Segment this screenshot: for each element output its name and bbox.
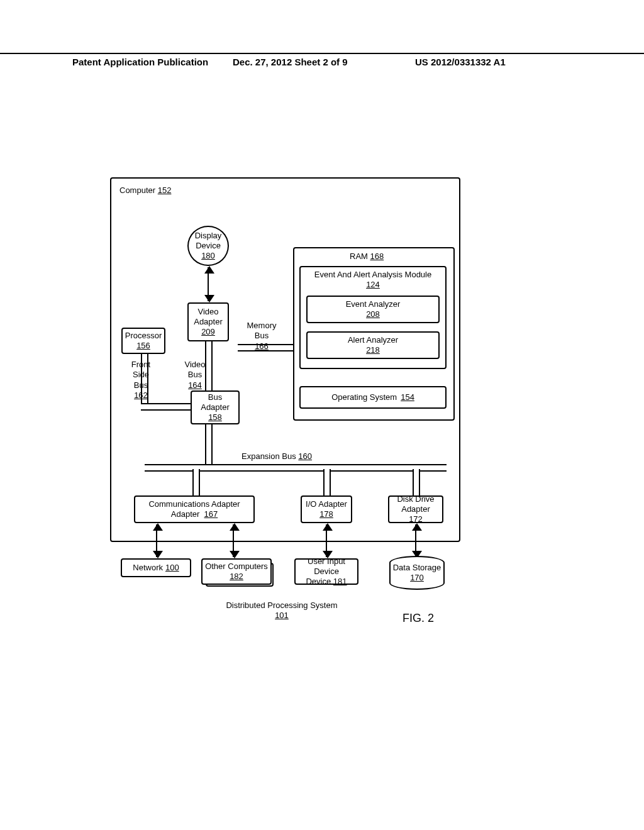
processor: Processor 156 — [121, 328, 165, 354]
arrow-comm-network — [156, 524, 157, 557]
network: Network100 — [121, 558, 191, 577]
exp-drop-disk — [413, 469, 420, 495]
computer-ref: 152 — [158, 185, 172, 195]
video-adapter-ref: 209 — [201, 327, 215, 337]
expansion-bus-label: Expansion Bus 160 — [242, 451, 312, 462]
exp-bus-drop — [205, 424, 213, 467]
header-patent-no: US 2012/0331332 A1 — [415, 57, 506, 67]
communications-adapter: Communications AdapterAdapter 167 — [134, 495, 255, 523]
display-label: Display Device — [190, 231, 226, 252]
arrow-comm-others — [233, 524, 234, 557]
page: Patent Application Publication Dec. 27, … — [0, 0, 644, 830]
fsb-label: Front Side Bus162 — [126, 360, 156, 401]
eam-label: Event And Alert Analysis Module — [314, 270, 431, 280]
figure-label: FIG. 2 — [402, 611, 434, 626]
computer-label: Computer 152 — [119, 185, 171, 196]
user-input-device: User Input DeviceDevice 181 — [294, 558, 358, 585]
exp-drop-io — [323, 469, 331, 495]
expansion-bus-line — [145, 464, 447, 472]
ram-label: RAM 168 — [350, 252, 384, 262]
arrow-disk-storage — [415, 524, 416, 557]
bus-adapter-label: Bus Adapter — [193, 392, 237, 413]
arrow-display-video — [208, 267, 209, 301]
alert-analyzer: Alert Analyzer218 — [306, 331, 440, 359]
bus-adapter: Bus Adapter 158 — [191, 390, 240, 424]
other-computers: Other Computers182 — [201, 558, 272, 585]
processor-label: Processor — [125, 331, 162, 341]
system-caption: Distributed Processing System101 — [213, 600, 351, 621]
video-bus-label: Video Bus164 — [182, 360, 208, 390]
operating-system: Operating System154 — [299, 386, 447, 409]
bus-adapter-ref: 158 — [208, 412, 222, 423]
memory-bus-label: Memory Bus166 — [244, 321, 279, 351]
arrow-io-uid — [326, 524, 327, 557]
io-adapter: I/O Adapter178 — [301, 495, 352, 523]
event-analyzer: Event Analyzer208 — [306, 296, 440, 323]
disk-drive-adapter: Disk Drive Adapter172 — [388, 495, 443, 523]
fsb-h — [141, 403, 192, 411]
display-device: Display Device 180 — [187, 226, 229, 266]
eam-ref: 124 — [366, 280, 380, 290]
computer-text: Computer — [119, 185, 155, 195]
data-storage: Data Storage170 — [389, 556, 445, 590]
video-adapter-label: Video Adapter — [190, 307, 226, 328]
header-date-sheet: Dec. 27, 2012 Sheet 2 of 9 — [233, 57, 348, 67]
exp-drop-comm — [192, 469, 200, 495]
processor-ref: 156 — [136, 341, 150, 351]
video-adapter: Video Adapter 209 — [187, 302, 229, 341]
display-ref: 180 — [201, 251, 215, 261]
patent-header: Patent Application Publication Dec. 27, … — [0, 53, 644, 69]
header-publication: Patent Application Publication — [72, 57, 208, 67]
